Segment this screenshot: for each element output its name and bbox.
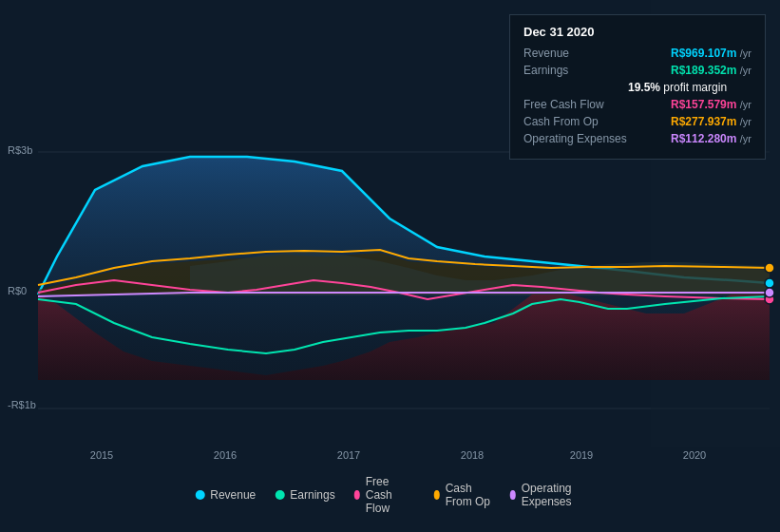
x-label-2019: 2019 xyxy=(570,449,593,461)
y-label-top: R$3b xyxy=(8,144,32,156)
y-label-mid: R$0 xyxy=(8,285,27,296)
tooltip-row-revenue: Revenue R$969.107m /yr xyxy=(523,47,751,60)
chart-container: R$3b R$0 -R$1b 2015 2016 2017 2018 2019 … xyxy=(0,0,780,532)
svg-point-9 xyxy=(765,288,774,297)
legend-item-opex[interactable]: Operating Expenses xyxy=(510,482,585,508)
tooltip-label-opex: Operating Expenses xyxy=(523,132,628,145)
x-label-2016: 2016 xyxy=(214,449,237,461)
tooltip-row-fcf: Free Cash Flow R$157.579m /yr xyxy=(523,98,751,111)
tooltip-value-revenue: R$969.107m /yr xyxy=(671,47,751,60)
legend-item-cashfromop[interactable]: Cash From Op xyxy=(434,482,491,508)
tooltip-row-cashfromop: Cash From Op R$277.937m /yr xyxy=(523,115,751,128)
legend-dot-fcf xyxy=(354,490,360,500)
tooltip-row-opex: Operating Expenses R$112.280m /yr xyxy=(523,132,751,145)
tooltip-value-earnings: R$189.352m /yr xyxy=(671,64,751,77)
legend-dot-earnings xyxy=(275,490,284,500)
legend-dot-cashfromop xyxy=(434,490,440,500)
legend-item-earnings[interactable]: Earnings xyxy=(275,488,334,502)
tooltip-title: Dec 31 2020 xyxy=(523,25,751,39)
legend-item-fcf[interactable]: Free Cash Flow xyxy=(354,475,415,515)
tooltip-label-earnings: Earnings xyxy=(523,64,628,77)
legend-label-revenue: Revenue xyxy=(210,488,256,502)
data-tooltip: Dec 31 2020 Revenue R$969.107m /yr Earni… xyxy=(509,14,766,160)
tooltip-label-fcf: Free Cash Flow xyxy=(523,98,628,111)
tooltip-label-revenue: Revenue xyxy=(523,47,628,60)
legend-item-revenue[interactable]: Revenue xyxy=(195,488,256,502)
legend-label-fcf: Free Cash Flow xyxy=(366,475,415,515)
tooltip-row-earnings: Earnings R$189.352m /yr xyxy=(523,64,751,77)
x-label-2015: 2015 xyxy=(90,449,113,461)
tooltip-value-opex: R$112.280m /yr xyxy=(671,132,751,145)
svg-point-8 xyxy=(765,263,774,273)
tooltip-value-fcf: R$157.579m /yr xyxy=(671,98,751,111)
x-label-2018: 2018 xyxy=(461,449,484,461)
tooltip-label-cashfromop: Cash From Op xyxy=(523,115,628,128)
legend-label-opex: Operating Expenses xyxy=(522,482,585,508)
x-label-2020: 2020 xyxy=(683,449,706,461)
tooltip-profit-margin: 19.5% profit margin xyxy=(628,81,751,94)
chart-legend: Revenue Earnings Free Cash Flow Cash Fro… xyxy=(195,475,585,515)
x-label-2017: 2017 xyxy=(337,449,360,461)
legend-dot-revenue xyxy=(195,490,204,500)
tooltip-value-cashfromop: R$277.937m /yr xyxy=(671,115,751,128)
legend-dot-opex xyxy=(510,490,516,500)
y-label-bot: -R$1b xyxy=(8,399,36,410)
legend-label-cashfromop: Cash From Op xyxy=(446,482,491,508)
legend-label-earnings: Earnings xyxy=(290,488,334,502)
svg-point-5 xyxy=(765,278,774,288)
